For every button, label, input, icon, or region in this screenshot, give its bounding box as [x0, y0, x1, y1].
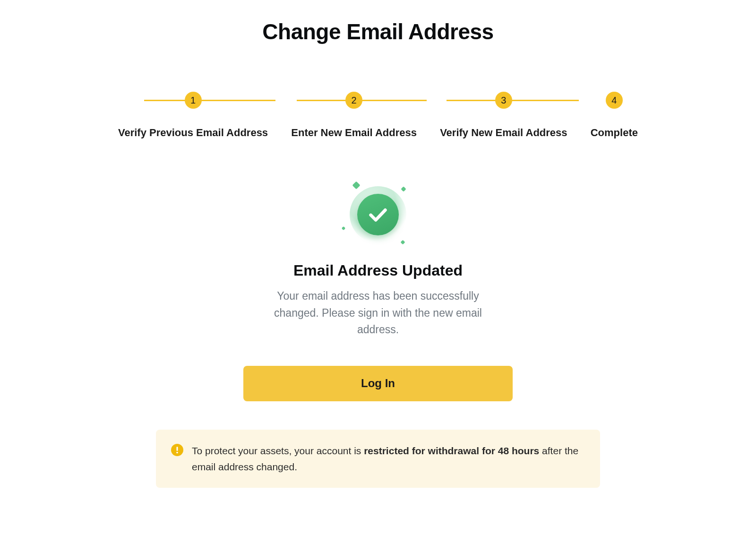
step-2: 2 Enter New Email Address	[291, 92, 417, 139]
step-4: 4 Complete	[591, 92, 638, 139]
success-description: Your email address has been successfully…	[255, 288, 501, 338]
success-section: Email Address Updated Your email address…	[94, 182, 662, 401]
warning-icon	[171, 444, 183, 456]
login-button[interactable]: Log In	[243, 366, 513, 401]
step-label: Verify New Email Address	[440, 127, 567, 139]
step-3: 3 Verify New Email Address	[440, 92, 567, 139]
svg-point-1	[176, 452, 178, 454]
warning-text: To protect your assets, your account is …	[192, 443, 585, 475]
step-label: Verify Previous Email Address	[118, 127, 268, 139]
checkmark-icon	[367, 204, 389, 225]
step-label: Enter New Email Address	[291, 127, 417, 139]
warning-bold: restricted for withdrawal for 48 hours	[364, 445, 539, 456]
step-label: Complete	[591, 127, 638, 139]
page-title: Change Email Address	[94, 19, 662, 44]
success-check-icon	[340, 182, 416, 248]
warning-prefix: To protect your assets, your account is	[192, 445, 364, 456]
svg-rect-0	[177, 447, 178, 451]
warning-banner: To protect your assets, your account is …	[156, 430, 600, 488]
step-1: 1 Verify Previous Email Address	[118, 92, 268, 139]
success-heading: Email Address Updated	[293, 262, 463, 279]
stepper: 1 Verify Previous Email Address 2 Enter …	[118, 92, 638, 139]
step-number: 4	[606, 92, 623, 109]
step-number: 2	[345, 92, 362, 109]
step-number: 1	[185, 92, 202, 109]
step-number: 3	[495, 92, 512, 109]
